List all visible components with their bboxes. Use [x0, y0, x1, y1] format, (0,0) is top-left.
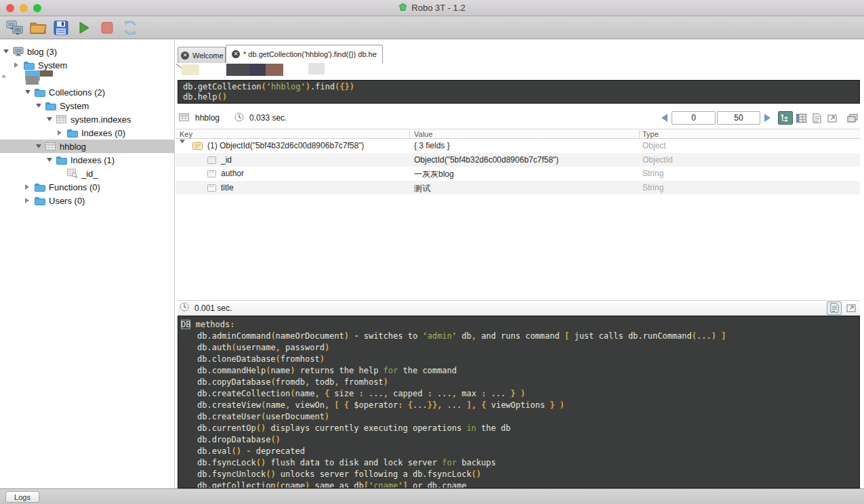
result-row-author[interactable]: ""author一灰灰blogString — [176, 167, 860, 180]
tree-item-system[interactable]: System — [0, 99, 174, 112]
cell-key: author — [221, 169, 244, 178]
cell-type: String — [642, 169, 663, 178]
expand-arrow-icon[interactable] — [25, 198, 35, 203]
text-mode-button[interactable] — [809, 111, 824, 125]
query-time: 0.001 sec. — [194, 303, 232, 313]
shell-output: DB methods:db.adminCommand(nameOrDocumen… — [178, 316, 860, 488]
cell-key: title — [221, 183, 234, 192]
refresh-button[interactable] — [121, 18, 140, 37]
execute-button[interactable] — [75, 18, 94, 37]
tree-item-system-indexes[interactable]: system.indexes — [0, 112, 174, 126]
stop-button[interactable] — [98, 18, 117, 37]
folder-icon — [35, 87, 45, 97]
query-time: 0.033 sec. — [249, 113, 287, 123]
result-collection-name: hhblog — [195, 113, 220, 123]
table-mode-button[interactable] — [794, 111, 808, 125]
collapse-arrow-icon[interactable] — [47, 117, 56, 121]
document-type-icon — [192, 142, 203, 152]
window-title: Robo 3T - 1.2 — [411, 3, 465, 13]
clock-icon — [180, 302, 189, 314]
folder-icon — [35, 196, 45, 205]
cell-key: (1) ObjectId("5bf4b32d6c00d8906b7c7f58") — [207, 141, 364, 150]
expand-arrow-icon[interactable] — [58, 130, 67, 135]
collapse-arrow-icon[interactable] — [25, 90, 35, 94]
tree-item-id[interactable]: _id_ — [0, 167, 174, 180]
main-pane: ✕ Welcome ✕ * db.getCollection('hhblog')… — [176, 40, 864, 488]
folder-icon — [67, 128, 78, 138]
collapse-arrow-icon[interactable] — [180, 144, 185, 153]
text-mode-button[interactable] — [827, 301, 842, 315]
query-editor[interactable]: db.getCollection('hhblog').find({})db.he… — [178, 80, 860, 104]
tree-item-collections-2[interactable]: Collections (2) — [0, 85, 174, 99]
expand-arrow-icon[interactable] — [14, 62, 24, 68]
tree-item-users-0[interactable]: Users (0) — [0, 194, 174, 207]
main-toolbar — [0, 16, 864, 39]
logs-button[interactable]: Logs — [5, 491, 39, 503]
index-icon — [67, 169, 78, 178]
folder-icon — [45, 101, 56, 110]
collection-icon — [56, 114, 67, 124]
status-bar: Logs — [0, 488, 864, 504]
result-row-document[interactable]: (1) ObjectId("5bf4b32d6c00d8906b7c7f58")… — [176, 139, 860, 152]
col-type: Type — [642, 130, 659, 138]
folder-icon — [35, 182, 45, 192]
limit-input[interactable] — [717, 111, 760, 125]
tree-item-system[interactable]: System — [0, 58, 174, 72]
cell-value: { 3 fields } — [414, 141, 450, 150]
collapse-arrow-icon[interactable] — [3, 49, 13, 54]
tab-query[interactable]: ✕ * db.getCollection('hhblog').find({}) … — [226, 45, 383, 63]
table-header: Key Value Type — [176, 129, 860, 139]
custom-mode-button[interactable] — [845, 111, 860, 125]
cell-type: String — [642, 183, 663, 192]
page-next-icon[interactable] — [764, 114, 770, 122]
tree-item-hhblog[interactable]: hhblog — [0, 140, 174, 153]
clock-icon — [234, 112, 244, 124]
second-result-toolbar: 0.001 sec. — [178, 300, 860, 316]
page-prev-icon[interactable] — [661, 114, 667, 122]
tab-welcome[interactable]: ✕ Welcome — [178, 47, 226, 63]
skip-input[interactable] — [672, 111, 716, 125]
expand-arrow-icon[interactable] — [25, 184, 35, 190]
cell-value: 测试 — [414, 183, 430, 194]
close-tab-icon[interactable]: ✕ — [232, 50, 240, 58]
tree-item-blog-3[interactable]: blog (3) — [0, 45, 174, 58]
collapse-arrow-icon[interactable] — [36, 104, 45, 108]
open-file-button[interactable] — [28, 18, 47, 37]
connections-button[interactable] — [5, 18, 24, 37]
objectid-type-icon — [207, 156, 216, 166]
tree-item-indexes-0[interactable]: Indexes (0) — [0, 126, 174, 140]
col-value: Value — [414, 130, 432, 138]
titlebar: Robo 3T - 1.2 — [0, 0, 864, 16]
string-type-icon: "" — [207, 170, 216, 180]
collapse-arrow-icon[interactable] — [36, 144, 45, 148]
cell-key: _id — [221, 155, 232, 165]
close-tab-icon[interactable]: ✕ — [181, 51, 189, 60]
result-row-_id[interactable]: _idObjectId("5bf4b32d6c00d8906b7c7f58")O… — [176, 153, 860, 167]
collapse-arrow-icon[interactable] — [47, 158, 56, 162]
collection-icon — [45, 142, 56, 151]
expand-mode-button[interactable] — [825, 111, 840, 125]
result-toolbar: hhblog 0.033 sec. — [178, 108, 860, 127]
folder-icon — [24, 60, 35, 70]
collection-icon — [179, 113, 189, 123]
string-type-icon: "" — [207, 184, 216, 194]
tree-mode-button[interactable] — [778, 111, 793, 125]
explorer-tree: blog (3)SystemCollections (2)Systemsyste… — [0, 40, 175, 488]
tree-item-indexes-1[interactable]: Indexes (1) — [0, 153, 174, 167]
col-key: Key — [180, 130, 192, 138]
save-button[interactable] — [52, 18, 70, 37]
folder-icon — [56, 155, 67, 165]
cell-value: 一灰灰blog — [414, 169, 454, 180]
cell-type: ObjectId — [642, 155, 673, 165]
app-logo-icon — [398, 3, 407, 14]
result-row-title[interactable]: ""title测试String — [176, 181, 860, 194]
database-icon — [13, 47, 24, 56]
svg-text:"": "" — [209, 184, 214, 190]
cell-value: ObjectId("5bf4b32d6c00d8906b7c7f58") — [414, 155, 558, 165]
expand-mode-button[interactable] — [844, 301, 859, 315]
tree-item-functions-0[interactable]: Functions (0) — [0, 180, 174, 194]
svg-text:"": "" — [209, 171, 214, 176]
cell-type: Object — [642, 141, 666, 150]
